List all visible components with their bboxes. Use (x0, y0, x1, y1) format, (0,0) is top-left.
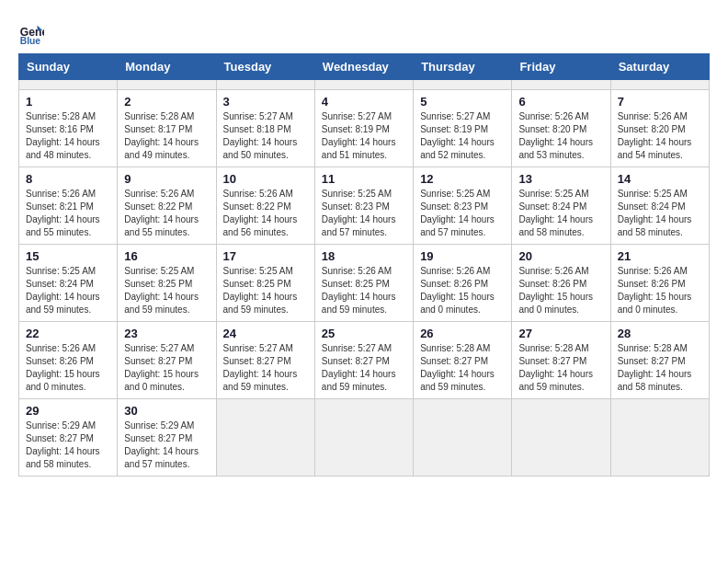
calendar-row: 8Sunrise: 5:26 AMSunset: 8:21 PMDaylight… (19, 167, 710, 245)
col-sunday: Sunday (19, 54, 118, 80)
calendar-cell: 3Sunrise: 5:27 AMSunset: 8:18 PMDaylight… (216, 90, 314, 167)
calendar-cell: 12Sunrise: 5:25 AMSunset: 8:23 PMDayligh… (414, 167, 512, 245)
day-info: Sunrise: 5:29 AMSunset: 8:27 PMDaylight:… (26, 419, 110, 471)
day-number: 4 (322, 95, 406, 109)
day-info: Sunrise: 5:25 AMSunset: 8:25 PMDaylight:… (124, 265, 209, 316)
day-info: Sunrise: 5:26 AMSunset: 8:22 PMDaylight:… (223, 188, 308, 239)
svg-text:Blue: Blue (20, 36, 41, 44)
calendar-cell: 1Sunrise: 5:28 AMSunset: 8:16 PMDaylight… (19, 90, 118, 167)
day-number: 1 (26, 95, 110, 109)
calendar-cell: 13Sunrise: 5:25 AMSunset: 8:24 PMDayligh… (512, 167, 610, 245)
day-number: 19 (420, 249, 505, 263)
calendar-row: 15Sunrise: 5:25 AMSunset: 8:24 PMDayligh… (19, 245, 710, 322)
day-number: 12 (420, 172, 505, 186)
page-header: General Blue (18, 18, 710, 44)
day-number: 21 (618, 249, 702, 263)
calendar-cell: 16Sunrise: 5:25 AMSunset: 8:25 PMDayligh… (118, 245, 216, 322)
calendar-cell: 2Sunrise: 5:28 AMSunset: 8:17 PMDaylight… (118, 90, 216, 167)
day-info: Sunrise: 5:28 AMSunset: 8:27 PMDaylight:… (420, 342, 505, 394)
day-number: 27 (518, 327, 603, 340)
calendar-cell: 22Sunrise: 5:26 AMSunset: 8:26 PMDayligh… (19, 322, 118, 399)
day-info: Sunrise: 5:27 AMSunset: 8:27 PMDaylight:… (223, 342, 308, 394)
calendar-cell (216, 80, 314, 90)
calendar-table: Sunday Monday Tuesday Wednesday Thursday… (18, 53, 710, 477)
day-info: Sunrise: 5:27 AMSunset: 8:27 PMDaylight:… (124, 342, 209, 394)
col-wednesday: Wednesday (314, 54, 413, 80)
calendar-cell: 17Sunrise: 5:25 AMSunset: 8:25 PMDayligh… (216, 245, 314, 322)
calendar-cell (512, 80, 610, 90)
col-tuesday: Tuesday (216, 54, 314, 80)
calendar-cell: 27Sunrise: 5:28 AMSunset: 8:27 PMDayligh… (512, 322, 610, 399)
day-number: 22 (26, 327, 110, 340)
calendar-cell: 29Sunrise: 5:29 AMSunset: 8:27 PMDayligh… (19, 399, 118, 477)
day-info: Sunrise: 5:28 AMSunset: 8:27 PMDaylight:… (518, 342, 603, 394)
day-number: 9 (124, 172, 209, 186)
calendar-cell: 26Sunrise: 5:28 AMSunset: 8:27 PMDayligh… (414, 322, 512, 399)
calendar-cell: 14Sunrise: 5:25 AMSunset: 8:24 PMDayligh… (610, 167, 709, 245)
calendar-cell: 18Sunrise: 5:26 AMSunset: 8:25 PMDayligh… (314, 245, 413, 322)
day-info: Sunrise: 5:25 AMSunset: 8:23 PMDaylight:… (322, 188, 406, 239)
calendar-cell (118, 80, 216, 90)
day-number: 17 (223, 249, 308, 263)
day-info: Sunrise: 5:26 AMSunset: 8:26 PMDaylight:… (420, 265, 505, 316)
calendar-cell: 19Sunrise: 5:26 AMSunset: 8:26 PMDayligh… (414, 245, 512, 322)
calendar-cell (610, 399, 709, 477)
calendar-header-row: Sunday Monday Tuesday Wednesday Thursday… (19, 54, 710, 80)
day-info: Sunrise: 5:26 AMSunset: 8:22 PMDaylight:… (124, 188, 209, 239)
calendar-cell: 15Sunrise: 5:25 AMSunset: 8:24 PMDayligh… (19, 245, 118, 322)
calendar-cell: 11Sunrise: 5:25 AMSunset: 8:23 PMDayligh… (314, 167, 413, 245)
calendar-cell (19, 80, 118, 90)
day-info: Sunrise: 5:29 AMSunset: 8:27 PMDaylight:… (124, 419, 209, 471)
calendar-cell: 30Sunrise: 5:29 AMSunset: 8:27 PMDayligh… (118, 399, 216, 477)
calendar-cell (216, 399, 314, 477)
logo-icon: General Blue (18, 18, 44, 44)
day-number: 30 (124, 404, 209, 418)
col-saturday: Saturday (610, 54, 709, 80)
day-info: Sunrise: 5:27 AMSunset: 8:19 PMDaylight:… (420, 110, 505, 162)
calendar-cell: 25Sunrise: 5:27 AMSunset: 8:27 PMDayligh… (314, 322, 413, 399)
day-info: Sunrise: 5:27 AMSunset: 8:18 PMDaylight:… (223, 110, 308, 162)
calendar-cell (610, 80, 709, 90)
day-number: 18 (322, 249, 406, 263)
logo: General Blue (18, 18, 48, 44)
calendar-cell (314, 399, 413, 477)
calendar-cell (414, 399, 512, 477)
day-number: 8 (26, 172, 110, 186)
calendar-cell: 10Sunrise: 5:26 AMSunset: 8:22 PMDayligh… (216, 167, 314, 245)
col-monday: Monday (118, 54, 216, 80)
calendar-cell: 7Sunrise: 5:26 AMSunset: 8:20 PMDaylight… (610, 90, 709, 167)
day-info: Sunrise: 5:27 AMSunset: 8:27 PMDaylight:… (322, 342, 406, 394)
calendar-cell: 9Sunrise: 5:26 AMSunset: 8:22 PMDaylight… (118, 167, 216, 245)
day-number: 28 (618, 327, 702, 340)
calendar-cell: 5Sunrise: 5:27 AMSunset: 8:19 PMDaylight… (414, 90, 512, 167)
calendar-cell (314, 80, 413, 90)
day-number: 16 (124, 249, 209, 263)
calendar-row: 22Sunrise: 5:26 AMSunset: 8:26 PMDayligh… (19, 322, 710, 399)
day-number: 5 (420, 95, 505, 109)
day-info: Sunrise: 5:25 AMSunset: 8:24 PMDaylight:… (618, 188, 702, 239)
calendar-cell: 6Sunrise: 5:26 AMSunset: 8:20 PMDaylight… (512, 90, 610, 167)
day-info: Sunrise: 5:25 AMSunset: 8:24 PMDaylight:… (26, 265, 110, 316)
day-number: 13 (518, 172, 603, 186)
day-number: 25 (322, 327, 406, 340)
calendar-cell: 28Sunrise: 5:28 AMSunset: 8:27 PMDayligh… (610, 322, 709, 399)
day-number: 29 (26, 404, 110, 418)
col-friday: Friday (512, 54, 610, 80)
day-info: Sunrise: 5:25 AMSunset: 8:25 PMDaylight:… (223, 265, 308, 316)
day-number: 3 (223, 95, 308, 109)
day-info: Sunrise: 5:26 AMSunset: 8:26 PMDaylight:… (26, 342, 110, 394)
calendar-row (19, 80, 710, 90)
day-info: Sunrise: 5:25 AMSunset: 8:23 PMDaylight:… (420, 188, 505, 239)
day-number: 26 (420, 327, 505, 340)
day-number: 11 (322, 172, 406, 186)
day-number: 10 (223, 172, 308, 186)
day-number: 14 (618, 172, 702, 186)
col-thursday: Thursday (414, 54, 512, 80)
calendar-cell: 23Sunrise: 5:27 AMSunset: 8:27 PMDayligh… (118, 322, 216, 399)
day-number: 7 (618, 95, 702, 109)
day-number: 20 (518, 249, 603, 263)
day-info: Sunrise: 5:28 AMSunset: 8:27 PMDaylight:… (618, 342, 702, 394)
day-number: 23 (124, 327, 209, 340)
calendar-row: 1Sunrise: 5:28 AMSunset: 8:16 PMDaylight… (19, 90, 710, 167)
day-number: 15 (26, 249, 110, 263)
